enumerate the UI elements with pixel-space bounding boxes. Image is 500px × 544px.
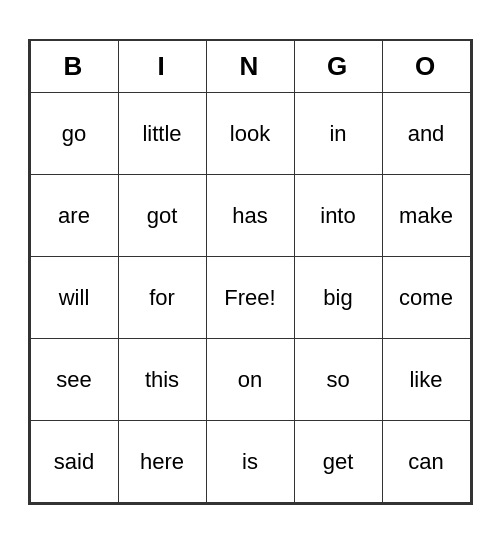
word-cell: on (206, 339, 294, 421)
free-cell: Free! (206, 257, 294, 339)
header-cell: O (382, 41, 470, 93)
word-cell: said (30, 421, 118, 503)
word-cell: got (118, 175, 206, 257)
word-cell: for (118, 257, 206, 339)
word-cell: little (118, 93, 206, 175)
word-cell: big (294, 257, 382, 339)
word-cell: is (206, 421, 294, 503)
word-cell: can (382, 421, 470, 503)
header-cell: I (118, 41, 206, 93)
word-cell: will (30, 257, 118, 339)
table-row: aregothasintomake (30, 175, 470, 257)
table-row: saidhereisgetcan (30, 421, 470, 503)
header-row: BINGO (30, 41, 470, 93)
word-cell: go (30, 93, 118, 175)
header-cell: N (206, 41, 294, 93)
bingo-table: BINGO golittlelookinandaregothasintomake… (30, 41, 471, 504)
word-cell: in (294, 93, 382, 175)
table-row: golittlelookinand (30, 93, 470, 175)
word-cell: this (118, 339, 206, 421)
word-cell: look (206, 93, 294, 175)
word-cell: make (382, 175, 470, 257)
word-cell: see (30, 339, 118, 421)
word-cell: into (294, 175, 382, 257)
bingo-card: BINGO golittlelookinandaregothasintomake… (28, 39, 473, 506)
word-cell: come (382, 257, 470, 339)
header-cell: B (30, 41, 118, 93)
word-cell: has (206, 175, 294, 257)
word-cell: are (30, 175, 118, 257)
word-cell: like (382, 339, 470, 421)
word-cell: so (294, 339, 382, 421)
table-row: seethisonsolike (30, 339, 470, 421)
word-cell: get (294, 421, 382, 503)
word-cell: here (118, 421, 206, 503)
table-row: willforFree!bigcome (30, 257, 470, 339)
header-cell: G (294, 41, 382, 93)
word-cell: and (382, 93, 470, 175)
